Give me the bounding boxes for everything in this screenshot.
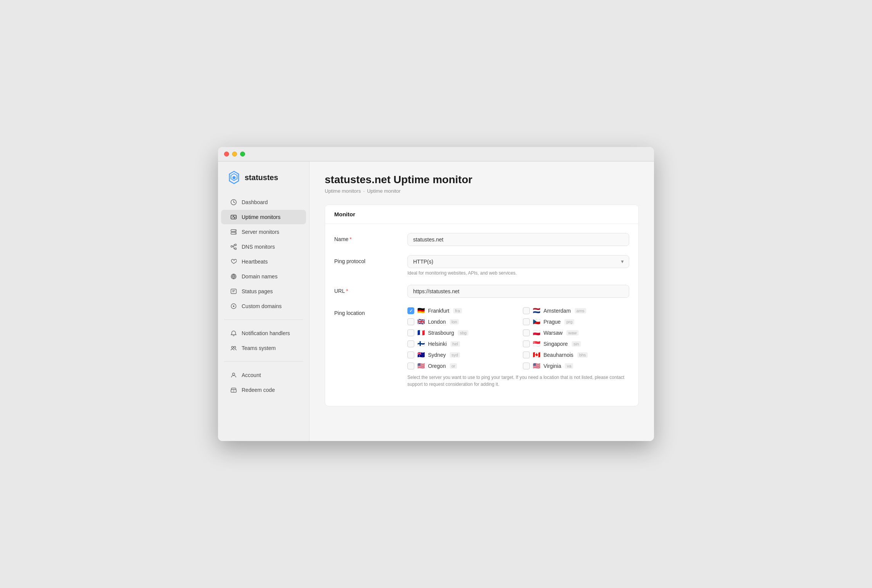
svg-rect-6: [231, 246, 232, 247]
sidebar-label-notification-handlers: Notification handlers: [242, 330, 290, 336]
ping-checkbox-hel[interactable]: [407, 340, 414, 347]
ping-checkbox-waw[interactable]: [523, 329, 530, 336]
sidebar-label-account: Account: [242, 372, 261, 378]
location-name-or: Oregon: [428, 363, 446, 369]
sidebar-item-heartbeats[interactable]: Heartbeats: [221, 254, 306, 269]
custom-domains-icon: [230, 303, 237, 310]
ping-locations-grid: 🇩🇪Frankfurtfra🇳🇱Amsterdamams🇬🇧Londonlon🇨…: [407, 307, 629, 369]
flag-syd: 🇦🇺: [417, 351, 425, 358]
svg-point-15: [232, 373, 235, 375]
name-row: Name*: [334, 233, 629, 246]
ping-location-fra: 🇩🇪Frankfurtfra: [407, 307, 514, 314]
protocol-select[interactable]: HTTP(s) TCP UDP ICMP: [407, 255, 629, 268]
location-name-ams: Amsterdam: [543, 308, 571, 314]
dns-monitors-icon: [230, 243, 237, 250]
flag-fra: 🇩🇪: [417, 307, 425, 314]
location-name-prg: Prague: [543, 319, 561, 325]
ping-checkbox-bhs[interactable]: [523, 352, 530, 358]
url-required: *: [346, 288, 348, 294]
flag-ams: 🇳🇱: [533, 307, 540, 314]
location-code-waw: waw: [566, 330, 579, 336]
flag-va: 🇺🇸: [533, 362, 540, 369]
ping-location-field: 🇩🇪Frankfurtfra🇳🇱Amsterdamams🇬🇧Londonlon🇨…: [407, 307, 629, 388]
heartbeats-icon: [230, 258, 237, 265]
ping-location-bhs: 🇨🇦Beauharnoisbhs: [523, 351, 629, 358]
ping-checkbox-sin[interactable]: [523, 340, 530, 347]
url-input[interactable]: [407, 285, 629, 298]
location-name-sbg: Strasbourg: [428, 330, 454, 336]
sidebar-item-status-pages[interactable]: Status pages: [221, 284, 306, 299]
minimize-button[interactable]: [232, 152, 237, 157]
close-button[interactable]: [224, 152, 229, 157]
svg-rect-7: [235, 244, 236, 246]
location-name-fra: Frankfurt: [428, 308, 449, 314]
sidebar-item-server-monitors[interactable]: Server monitors: [221, 225, 306, 239]
protocol-hint: Ideal for monitoring websites, APIs, and…: [407, 270, 629, 276]
ping-checkbox-lon[interactable]: [407, 318, 414, 325]
sidebar-item-domain-names[interactable]: Domain names: [221, 269, 306, 284]
svg-point-14: [234, 347, 236, 348]
status-pages-icon: [230, 288, 237, 295]
flag-bhs: 🇨🇦: [533, 351, 540, 358]
sidebar-divider-2: [224, 361, 303, 362]
ping-checkbox-va[interactable]: [523, 363, 530, 369]
sidebar-item-account[interactable]: Account: [221, 368, 306, 382]
flag-lon: 🇬🇧: [417, 318, 425, 325]
sidebar-item-teams-system[interactable]: Teams system: [221, 341, 306, 355]
flag-waw: 🇵🇱: [533, 329, 540, 336]
ping-checkbox-sbg[interactable]: [407, 329, 414, 336]
sidebar-label-teams-system: Teams system: [242, 345, 276, 351]
sidebar-item-uptime-monitors[interactable]: Uptime monitors: [221, 210, 306, 224]
sidebar-label-dashboard: Dashboard: [242, 199, 268, 205]
ping-location-or: 🇺🇸Oregonor: [407, 362, 514, 369]
location-name-bhs: Beauharnois: [543, 352, 574, 358]
sidebar-label-domain-names: Domain names: [242, 273, 277, 280]
location-name-sin: Singapore: [543, 341, 568, 347]
ping-location-prg: 🇨🇿Pragueprg: [523, 318, 629, 325]
location-code-syd: syd: [450, 352, 460, 358]
ping-checkbox-fra[interactable]: [407, 307, 414, 314]
location-code-fra: fra: [453, 308, 462, 313]
location-code-sin: sin: [572, 341, 581, 347]
ping-hint: Select the server you want to use to pin…: [407, 374, 629, 388]
app-body: statustes Dashboard Uptime monitors: [218, 161, 654, 441]
sidebar-label-custom-domains: Custom domains: [242, 303, 282, 309]
svg-point-12: [233, 305, 234, 307]
ping-location-ams: 🇳🇱Amsterdamams: [523, 307, 629, 314]
sidebar-item-custom-domains[interactable]: Custom domains: [221, 299, 306, 313]
breadcrumb-current: Uptime monitor: [367, 188, 401, 194]
sidebar-label-uptime-monitors: Uptime monitors: [242, 214, 281, 220]
location-code-prg: prg: [564, 319, 574, 324]
ping-checkbox-prg[interactable]: [523, 318, 530, 325]
sidebar-item-notification-handlers[interactable]: Notification handlers: [221, 326, 306, 340]
sidebar-label-redeem-code: Redeem code: [242, 387, 275, 393]
ping-checkbox-or[interactable]: [407, 363, 414, 369]
name-label: Name*: [334, 233, 395, 242]
name-required: *: [349, 236, 351, 242]
flag-prg: 🇨🇿: [533, 318, 540, 325]
name-input[interactable]: [407, 233, 629, 246]
breadcrumb-parent[interactable]: Uptime monitors: [325, 188, 361, 194]
sidebar-label-dns-monitors: DNS monitors: [242, 244, 275, 250]
form-card: Monitor Name* Ping protocol: [325, 205, 639, 406]
location-code-va: va: [565, 363, 573, 369]
breadcrumb-separator: -: [363, 188, 365, 194]
url-row: URL*: [334, 285, 629, 298]
sidebar-label-heartbeats: Heartbeats: [242, 259, 268, 265]
sidebar: statustes Dashboard Uptime monitors: [218, 161, 309, 441]
sidebar-item-dashboard[interactable]: Dashboard: [221, 195, 306, 209]
sidebar-item-dns-monitors[interactable]: DNS monitors: [221, 240, 306, 254]
flag-or: 🇺🇸: [417, 362, 425, 369]
account-icon: [230, 372, 237, 379]
dashboard-icon: [230, 199, 237, 206]
location-name-waw: Warsaw: [543, 330, 563, 336]
ping-checkbox-ams[interactable]: [523, 307, 530, 314]
svg-point-13: [232, 347, 234, 348]
domain-names-icon: [230, 273, 237, 280]
maximize-button[interactable]: [240, 152, 245, 157]
ping-checkbox-syd[interactable]: [407, 352, 414, 358]
location-name-hel: Helsinki: [428, 341, 447, 347]
teams-system-icon: [230, 345, 237, 352]
logo: statustes: [218, 171, 309, 184]
sidebar-item-redeem-code[interactable]: Redeem code: [221, 383, 306, 397]
